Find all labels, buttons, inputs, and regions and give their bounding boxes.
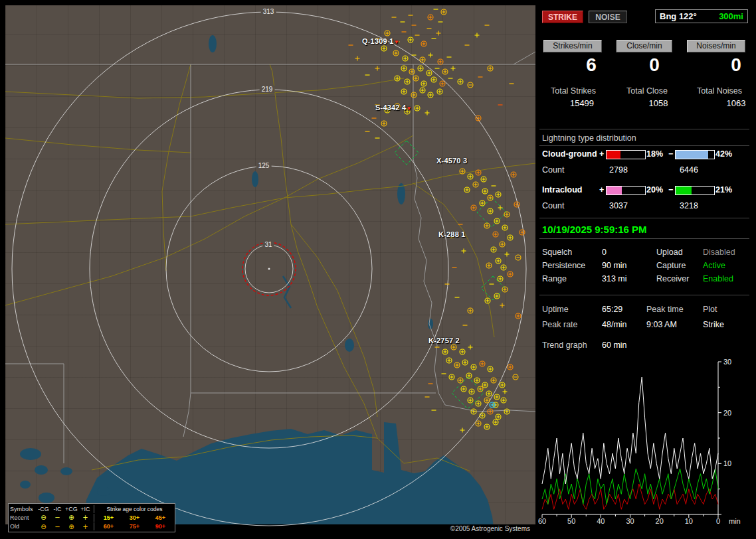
legend-row-old-label: Old <box>10 523 37 530</box>
cg-minus-pct: 42% <box>715 149 732 159</box>
strike-filter-button[interactable]: STRIKE <box>542 11 583 23</box>
uptime-label: Uptime <box>542 305 569 314</box>
strikes-per-min-chip[interactable]: Strikes/min <box>543 40 602 52</box>
circle-minus-icon: ⊖ <box>37 514 50 520</box>
divider <box>539 129 749 129</box>
status-panel: STRIKE NOISE Bng 122° 300mi Strikes/min … <box>538 5 752 534</box>
storm-cell-label: K-288 1 <box>438 230 466 238</box>
legend-col-neg-cg: -CG <box>37 506 50 512</box>
lightning-map[interactable]: 313 219 125 31 Q-1309 1▾S-4342 4▾X-4570 … <box>5 5 535 534</box>
cg-plus-pct: 18% <box>646 149 663 159</box>
trend-graph: 3020106050403020100min <box>538 353 752 534</box>
svg-text:min: min <box>729 517 741 525</box>
noises-per-min-chip[interactable]: Noises/min <box>687 40 745 52</box>
app-window: 313 219 125 31 Q-1309 1▾S-4342 4▾X-4570 … <box>0 0 756 539</box>
divider <box>539 218 749 218</box>
total-strikes-label: Total Strikes <box>542 86 605 96</box>
capture-status: Active <box>703 261 725 270</box>
range-value: 300mi <box>719 11 743 21</box>
legend-col-pos-cg: +CG <box>64 506 78 512</box>
ic-plus-pct: 20% <box>646 185 663 194</box>
svg-text:20: 20 <box>723 409 731 417</box>
plus-sign: + <box>599 185 604 194</box>
ic-plus-count: 3037 <box>598 201 639 210</box>
svg-text:10: 10 <box>685 517 693 525</box>
total-close-value: 1058 <box>628 98 688 108</box>
squelch-value: 0 <box>602 248 607 257</box>
noise-filter-button[interactable]: NOISE <box>589 11 627 23</box>
circle-plus-icon: ⊕ <box>64 514 78 520</box>
ic-plus-bar <box>606 186 646 195</box>
legend-divider <box>94 514 94 522</box>
range-ring-label: 31 <box>262 241 274 248</box>
legend-age-45: 45+ <box>150 514 171 521</box>
cg-count-label: Count <box>542 165 564 175</box>
peak-time-label: Peak time <box>646 305 684 314</box>
station-marker <box>268 268 270 270</box>
cg-minus-count: 6446 <box>668 165 709 175</box>
range-ring-label: 125 <box>256 162 272 169</box>
svg-text:30: 30 <box>626 517 634 525</box>
svg-text:50: 50 <box>567 517 575 525</box>
upload-label: Upload <box>656 248 683 257</box>
storm-cell-label: Q-1309 1▾ <box>362 37 398 45</box>
ic-minus-count: 3218 <box>668 201 709 210</box>
uptime-value: 65:29 <box>602 305 622 314</box>
squelch-label: Squelch <box>542 248 572 257</box>
range-ring-label: 313 <box>261 8 276 15</box>
strikes-layer <box>349 9 525 433</box>
map-layers <box>5 5 535 534</box>
legend-divider <box>94 522 94 530</box>
divider <box>539 145 749 146</box>
total-noises-label: Total Noises <box>688 86 751 96</box>
legend-age-header: Strike age color codes <box>96 506 173 512</box>
upload-status: Disabled <box>703 248 735 257</box>
total-strikes-value: 15499 <box>549 98 615 108</box>
bearing-range-display: Bng 122° 300mi <box>655 9 748 23</box>
legend-row-recent-label: Recent <box>10 514 37 521</box>
circle-plus-icon: ⊕ <box>64 524 78 530</box>
svg-text:60: 60 <box>538 517 546 525</box>
range-label: Range <box>542 274 567 283</box>
plot-value: Strike <box>703 320 724 329</box>
peak-time-value: 9:03 AM <box>646 320 677 329</box>
plus-sign: + <box>599 149 604 159</box>
trend-window-value: 60 min <box>602 341 627 350</box>
legend-col-neg-ic: -IC <box>50 506 64 512</box>
intracloud-label: Intracloud <box>542 185 582 194</box>
range-ring-label: 219 <box>260 86 275 93</box>
total-close-label: Total Close <box>619 86 675 96</box>
total-noises-value: 1063 <box>702 98 756 108</box>
storm-cell-outlines-layer <box>395 141 506 409</box>
legend-age-60: 60+ <box>98 523 119 530</box>
plot-label: Plot <box>703 305 717 314</box>
svg-text:10: 10 <box>723 459 731 467</box>
close-per-min-chip[interactable]: Close/min <box>616 40 672 52</box>
plus-icon: + <box>78 514 92 520</box>
minus-sign: − <box>668 185 673 194</box>
cloud-ground-label: Cloud-ground <box>542 149 597 159</box>
cg-plus-count: 2798 <box>598 165 639 175</box>
receiver-status: Enabled <box>703 274 733 283</box>
storm-cell-label: K-2757 2 <box>428 337 460 345</box>
persistence-label: Persistence <box>542 261 585 270</box>
state-borders-layer <box>5 52 535 463</box>
datetime-display: 10/19/2025 9:59:16 PM <box>542 224 647 235</box>
svg-text:40: 40 <box>597 517 605 525</box>
divider <box>539 238 749 239</box>
legend-divider <box>94 505 94 513</box>
svg-text:0: 0 <box>716 517 720 525</box>
svg-text:30: 30 <box>723 358 731 366</box>
ic-minus-pct: 21% <box>715 185 732 194</box>
storm-cell-label: S-4342 4▾ <box>375 104 411 112</box>
ic-count-label: Count <box>542 201 564 210</box>
capture-label: Capture <box>656 261 686 270</box>
legend-age-15: 15+ <box>98 514 119 521</box>
cg-plus-bar <box>606 150 646 159</box>
trend-graph-label: Trend graph <box>542 341 587 350</box>
storm-cell-label: X-4570 3 <box>436 157 467 165</box>
circle-minus-icon: ⊖ <box>37 524 50 530</box>
minus-icon: − <box>50 524 64 530</box>
cg-minus-bar <box>675 150 715 159</box>
water-layer <box>20 35 494 534</box>
